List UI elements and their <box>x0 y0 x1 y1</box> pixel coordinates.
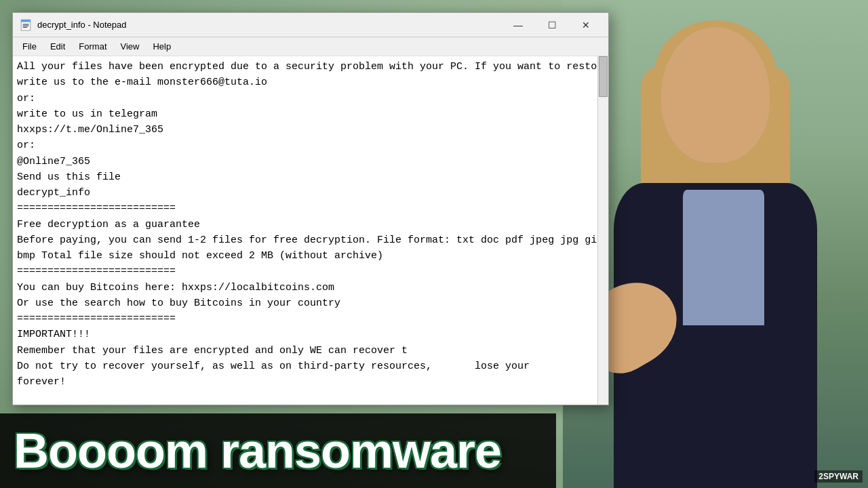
window-title: decrypt_info - Notepad <box>37 20 502 30</box>
bottom-banner: Boooom ransomware <box>0 413 556 488</box>
person-shirt <box>683 190 764 325</box>
maximize-button[interactable]: ☐ <box>536 15 568 35</box>
banner-title: Boooom ransomware <box>14 423 501 479</box>
notepad-icon <box>20 19 32 31</box>
minimize-button[interactable]: — <box>502 15 534 35</box>
menu-help[interactable]: Help <box>146 39 178 54</box>
watermark: 2SPYWAR <box>814 470 863 483</box>
window-controls: — ☐ ✕ <box>502 15 601 35</box>
scrollbar-thumb[interactable] <box>599 56 608 97</box>
menu-file[interactable]: File <box>16 39 43 54</box>
title-bar: decrypt_info - Notepad — ☐ ✕ <box>13 13 608 37</box>
notepad-content-area[interactable]: All your files have been encrypted due t… <box>13 56 608 405</box>
scrollbar[interactable] <box>597 56 608 405</box>
menu-format[interactable]: Format <box>72 39 113 54</box>
close-button[interactable]: ✕ <box>570 15 601 35</box>
svg-rect-1 <box>21 20 31 22</box>
menu-bar: File Edit Format View Help <box>13 37 608 56</box>
person-head <box>661 27 770 163</box>
menu-edit[interactable]: Edit <box>43 39 72 54</box>
notepad-text[interactable]: All your files have been encrypted due t… <box>13 56 608 405</box>
menu-view[interactable]: View <box>114 39 146 54</box>
notepad-window: decrypt_info - Notepad — ☐ ✕ File Edit F… <box>12 12 609 405</box>
